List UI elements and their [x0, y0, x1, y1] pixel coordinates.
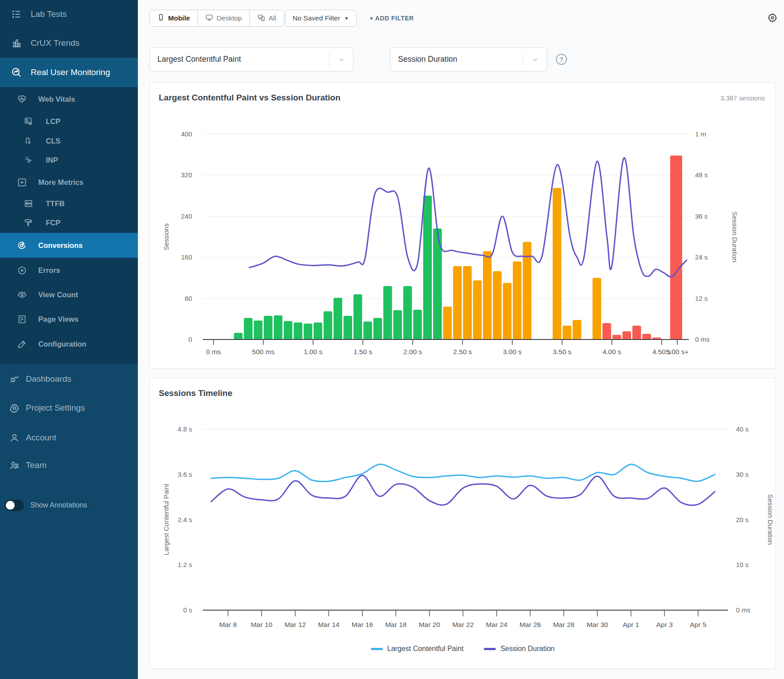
histogram-bar[interactable] [363, 322, 372, 340]
histogram-bar[interactable] [483, 251, 492, 340]
svg-text:Mar 20: Mar 20 [419, 621, 441, 628]
histogram-bar[interactable] [284, 321, 293, 340]
svg-text:1.00 s: 1.00 s [304, 348, 322, 355]
sidebar-item-real-user-monitoring[interactable]: Real User Monitoring [0, 58, 138, 87]
svg-text:Mar 8: Mar 8 [219, 621, 237, 628]
sidebar-item-page-views[interactable]: Page Views [0, 309, 138, 329]
sidebar-item-label: Page Views [38, 315, 79, 324]
histogram-bar[interactable] [453, 266, 462, 340]
histogram-bar[interactable] [374, 318, 382, 340]
svg-text:3.50 s: 3.50 s [553, 348, 571, 355]
sidebar-item-dashboards[interactable]: Dashboards [0, 369, 138, 389]
histogram-bar[interactable] [642, 334, 651, 340]
users-icon [9, 460, 20, 471]
histogram-bar[interactable] [563, 326, 571, 340]
sidebar-item-ttfb[interactable]: TTFB [0, 194, 138, 213]
toggle-knob [6, 501, 15, 510]
histogram-bar[interactable] [234, 333, 243, 340]
histogram-bar[interactable] [293, 323, 302, 340]
histogram-bar[interactable] [324, 311, 333, 340]
histogram-bar[interactable] [304, 324, 313, 340]
metric-select-x-value: Largest Contentful Paint [150, 55, 329, 64]
sidebar-item-account[interactable]: Account [0, 428, 138, 447]
sidebar-item-team[interactable]: Team [0, 455, 138, 475]
histogram-bar[interactable] [423, 196, 432, 340]
caret-down-icon: ▼ [344, 16, 349, 21]
x-circle-icon [17, 266, 27, 275]
sidebar-item-errors[interactable]: Errors [0, 260, 138, 280]
histogram-bar[interactable] [513, 261, 522, 340]
histogram-bar[interactable] [473, 280, 482, 340]
histogram-bar[interactable] [632, 326, 641, 340]
device-tab-all[interactable]: All [250, 10, 284, 26]
search-trend-icon [11, 67, 22, 78]
histogram-bar[interactable] [274, 316, 283, 340]
histogram-bar[interactable] [314, 323, 322, 340]
sidebar-item-label: Conversions [38, 241, 83, 250]
sidebar-item-cls[interactable]: CLS [0, 131, 138, 151]
sidebar-item-view-count[interactable]: View Count [0, 285, 138, 304]
histogram-bar[interactable] [254, 320, 263, 340]
sidebar-item-label: TTFB [46, 200, 64, 208]
sidebar-item-lab-tests[interactable]: Lab Tests [0, 4, 138, 24]
histogram-bar[interactable] [503, 283, 512, 340]
legend-item-duration[interactable]: Session Duration [484, 645, 555, 653]
saved-filter-dropdown[interactable]: No Saved Filter ▼ [285, 10, 357, 27]
device-tab-desktop[interactable]: Desktop [198, 10, 250, 26]
svg-text:0: 0 [189, 336, 192, 343]
histogram-bar[interactable] [592, 278, 601, 340]
histogram-bar[interactable] [403, 286, 412, 340]
histogram-bar[interactable] [573, 320, 582, 340]
sidebar-item-label: INP [46, 156, 58, 164]
svg-text:30 s: 30 s [736, 471, 748, 478]
histogram-bar[interactable] [553, 188, 562, 340]
histogram-bar[interactable] [670, 156, 682, 340]
histogram-bar[interactable] [354, 294, 362, 340]
sidebar-item-label: Dashboards [26, 374, 71, 384]
sidebar-item-inp[interactable]: INP [0, 150, 138, 170]
show-annotations-toggle[interactable] [4, 499, 24, 511]
histogram-bar[interactable] [343, 316, 352, 340]
histogram-bar[interactable] [463, 266, 472, 340]
histogram-bar[interactable] [443, 307, 452, 340]
svg-text:Mar 16: Mar 16 [352, 621, 373, 628]
histogram-bar[interactable] [264, 316, 273, 340]
sidebar-item-crux-trends[interactable]: CrUX Trends [0, 33, 138, 53]
sidebar-item-configuration[interactable]: Configuration [0, 334, 138, 354]
sessions-timeline-chart: 0 s1.2 s2.4 s3.6 s4.8 s0 ms10 s20 s30 s4… [150, 378, 776, 668]
device-tab-mobile[interactable]: Mobile [150, 10, 198, 26]
svg-text:500 ms: 500 ms [252, 348, 275, 355]
add-filter-button[interactable]: + ADD FILTER [370, 10, 414, 27]
lcp-histogram-card: Largest Contentful Paint vs Session Dura… [149, 82, 776, 369]
svg-text:1.2 s: 1.2 s [177, 561, 192, 568]
svg-text:1.50 s: 1.50 s [354, 348, 372, 355]
sidebar-item-label: View Count [38, 291, 78, 299]
histogram-bar[interactable] [612, 335, 621, 340]
histogram-bar[interactable] [413, 310, 422, 340]
metric-select-x[interactable]: Largest Contentful Paint [149, 47, 354, 72]
sidebar-item-conversions[interactable]: Conversions [0, 233, 138, 258]
histogram-bar[interactable] [383, 286, 392, 340]
histogram-bar[interactable] [493, 271, 502, 340]
rum-dashboard: Lab Tests CrUX Trends Real User Monitori… [0, 0, 784, 679]
help-icon[interactable]: ? [556, 54, 567, 65]
histogram-bar[interactable] [244, 318, 253, 340]
sidebar-item-web-vitals[interactable]: Web Vitals [0, 89, 138, 109]
sidebar-item-project-settings[interactable]: Project Settings [0, 398, 138, 418]
settings-gear-icon[interactable] [767, 12, 778, 23]
sidebar-item-label: Real User Monitoring [31, 68, 110, 77]
svg-text:Sessions: Sessions [162, 224, 170, 251]
svg-text:4.00 s: 4.00 s [603, 348, 621, 355]
histogram-bar[interactable] [393, 310, 402, 340]
metric-select-y[interactable]: Session Duration [390, 47, 547, 72]
sidebar-item-more-metrics[interactable]: More Metrics [0, 172, 138, 192]
histogram-bar[interactable] [334, 298, 342, 340]
image-icon [24, 117, 33, 126]
svg-text:Mar 10: Mar 10 [251, 621, 273, 628]
sidebar-item-lcp[interactable]: LCP [0, 112, 138, 131]
histogram-bar[interactable] [623, 332, 631, 340]
sidebar-item-fcp[interactable]: FCP [0, 213, 138, 232]
legend-item-lcp[interactable]: Largest Contentful Paint [371, 645, 464, 653]
heart-pulse-icon [17, 95, 27, 104]
histogram-bar[interactable] [603, 323, 611, 340]
